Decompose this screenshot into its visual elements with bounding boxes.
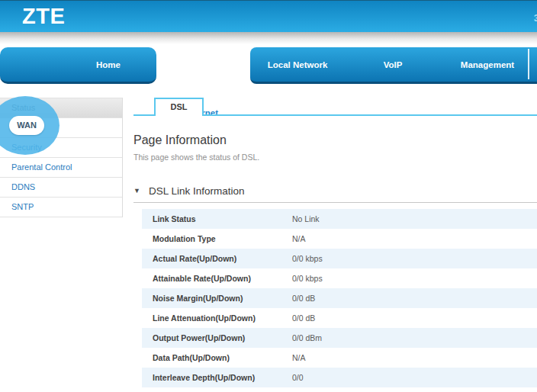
row-label: Output Power(Up/Down) — [153, 328, 245, 348]
main-nav-bar: Home Internet Local Network VoIP Managem… — [0, 47, 537, 84]
row-label: Modulation Type — [153, 229, 216, 249]
nav-right-group: Local Network VoIP Management — [250, 47, 537, 84]
row-label: Link Status — [153, 209, 196, 229]
row-value: 0/0 kbps — [292, 249, 323, 268]
tab-home-label: Home — [96, 60, 121, 69]
table-row: Modulation Type N/A — [142, 229, 537, 249]
sidebar-item-sntp[interactable]: SNTP — [0, 198, 122, 217]
tab-management[interactable]: Management — [461, 60, 514, 69]
row-value: N/A — [292, 348, 306, 368]
row-label: Interleave Depth(Up/Down) — [153, 368, 255, 387]
collapse-caret-icon: ▼ — [133, 187, 140, 194]
row-label: Line Attenuation(Up/Down) — [153, 308, 256, 328]
header-shadow-strip — [0, 32, 537, 47]
table-row: Noise Margin(Up/Down) 0/0 dB — [142, 288, 537, 308]
tab-local-network[interactable]: Local Network — [268, 60, 328, 69]
header-cutoff-text: 3 — [534, 12, 537, 24]
row-label: Actual Rate(Up/Down) — [153, 249, 236, 268]
tab-voip[interactable]: VoIP — [384, 60, 403, 69]
table-row: Output Power(Up/Down) 0/0 dBm — [142, 328, 537, 348]
table-row: Link Status No Link — [142, 209, 537, 229]
row-label: Attainable Rate(Up/Down) — [153, 268, 251, 288]
table-row: Data Path(Up/Down) N/A — [142, 348, 537, 368]
router-admin-page: ZTE 3 Home Internet Local Network VoIP M… — [0, 0, 537, 392]
row-value: N/A — [292, 229, 306, 249]
dsl-link-information-section-toggle[interactable]: ▼DSL Link Information — [133, 184, 244, 198]
row-value: 0/0 — [292, 368, 304, 387]
nav-separator — [528, 49, 529, 79]
tab-home[interactable]: Home — [0, 47, 156, 84]
section-divider — [133, 202, 537, 203]
page-description: This page shows the status of DSL. — [133, 153, 259, 162]
row-value: 0/0 dB — [292, 288, 315, 308]
section-title: DSL Link Information — [149, 185, 245, 197]
table-row: Line Attenuation(Up/Down) 0/0 dB — [142, 308, 537, 328]
brand-header: ZTE 3 — [0, 0, 537, 32]
sidebar-item-ddns[interactable]: DDNS — [0, 178, 122, 198]
tab-dsl[interactable]: DSL — [154, 98, 204, 116]
row-label: Data Path(Up/Down) — [153, 348, 230, 368]
table-row: Interleave Depth(Up/Down) 0/0 — [142, 368, 537, 387]
table-row: Actual Rate(Up/Down) 0/0 kbps — [142, 249, 537, 268]
row-value: 0/0 dBm — [292, 328, 322, 348]
sidebar-item-wan-highlighted[interactable]: WAN — [9, 116, 44, 135]
table-row: Attainable Rate(Up/Down) 0/0 kbps — [142, 268, 537, 288]
page-title: Page Information — [133, 133, 227, 147]
row-value: 0/0 kbps — [292, 268, 323, 288]
row-value: 0/0 dB — [292, 308, 315, 328]
zte-logo: ZTE — [22, 4, 65, 29]
row-label: Noise Margin(Up/Down) — [153, 288, 243, 308]
sidebar-item-parental-control[interactable]: Parental Control — [0, 158, 122, 178]
row-value: No Link — [292, 209, 320, 229]
dsl-link-info-table: Link Status No Link Modulation Type N/A … — [142, 209, 537, 387]
